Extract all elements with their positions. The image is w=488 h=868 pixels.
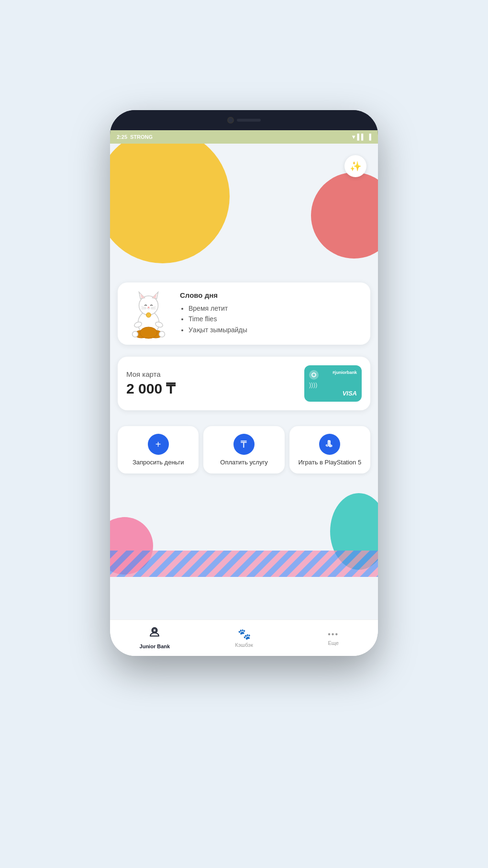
magic-wand-button[interactable]: ✨ [344, 155, 366, 177]
front-camera [227, 117, 234, 124]
nav-cashback[interactable]: 🐾 Кэшбэк [200, 628, 289, 648]
card-tag: #juniorbank [333, 370, 357, 375]
phone-top-bar [110, 110, 378, 130]
svg-point-22 [153, 629, 156, 632]
status-bar: 2:25 STRONG ▾ ▌▌ ▐ [110, 130, 378, 144]
svg-point-14 [146, 313, 151, 317]
pay-service-button[interactable]: ₸ Оплатить услугу [203, 426, 284, 473]
playstation-icon [319, 434, 340, 455]
request-money-label: Запросить деньги [133, 459, 184, 466]
svg-rect-2 [110, 551, 378, 577]
bottom-nav: Junior Bank 🐾 Кэшбэк ••• Еще [110, 620, 378, 656]
blob-pink [311, 172, 378, 259]
card-top-row: #juniorbank [309, 370, 357, 380]
cashback-nav-icon: 🐾 [238, 628, 251, 641]
status-time: 2:25 [117, 134, 127, 140]
card-balance: 2 000 ₸ [126, 380, 175, 397]
word-card-title: Слово дня [180, 291, 362, 299]
magic-wand-icon: ✨ [350, 160, 362, 172]
pay-service-icon: ₸ [233, 434, 255, 455]
word-item-1: Время летит [189, 303, 362, 314]
my-card-section[interactable]: Моя карта 2 000 ₸ #juniorbank )))) VISA [118, 357, 370, 410]
request-money-button[interactable]: + Запросить деньги [118, 426, 199, 473]
stripe-decoration [110, 551, 378, 577]
svg-point-21 [159, 331, 165, 337]
wifi-icon: ▾ [352, 134, 355, 140]
svg-point-9 [148, 307, 150, 308]
phone-frame: 2:25 STRONG ▾ ▌▌ ▐ [110, 110, 378, 656]
status-icons: ▾ ▌▌ ▐ [352, 134, 371, 140]
nav-junior-bank[interactable]: Junior Bank [110, 627, 200, 649]
cat-illustration [123, 278, 174, 345]
junior-bank-nav-label: Junior Bank [140, 643, 170, 649]
blob-yellow [110, 144, 230, 263]
card-nfc: )))) [309, 381, 357, 388]
playstation-button[interactable]: Играть в PlayStation 5 [289, 426, 370, 473]
battery-icon: ▐ [367, 134, 371, 140]
cashback-nav-label: Кэшбэк [235, 642, 253, 648]
word-item-3: Уақыт зымырайды [189, 325, 362, 335]
word-card-list: Время летит Time flies Уақыт зымырайды [180, 303, 362, 335]
actions-row: + Запросить деньги ₸ Оплатить услугу Игр… [110, 426, 378, 473]
playstation-label: Играть в PlayStation 5 [298, 459, 361, 466]
more-nav-label: Еще [328, 640, 338, 646]
signal-icon: ▌▌ [357, 134, 365, 140]
screen-content: ✨ [110, 144, 378, 656]
card-info: Моя карта 2 000 ₸ [126, 370, 175, 397]
status-signal-label: STRONG [130, 134, 153, 140]
phone-speaker [237, 119, 261, 122]
more-nav-icon: ••• [328, 630, 339, 639]
card-logo [309, 370, 319, 380]
word-item-2: Time flies [189, 314, 362, 324]
nav-more[interactable]: ••• Еще [288, 630, 378, 646]
junior-bank-nav-icon [148, 627, 161, 642]
card-visual: #juniorbank )))) VISA [304, 365, 362, 402]
card-type: VISA [309, 390, 357, 397]
svg-point-19 [140, 327, 157, 338]
phone-screen: ✨ [110, 144, 378, 656]
svg-point-20 [133, 331, 138, 337]
card-label: Моя карта [126, 370, 175, 378]
pay-service-label: Оплатить услугу [220, 459, 267, 466]
request-money-icon: + [148, 434, 169, 455]
